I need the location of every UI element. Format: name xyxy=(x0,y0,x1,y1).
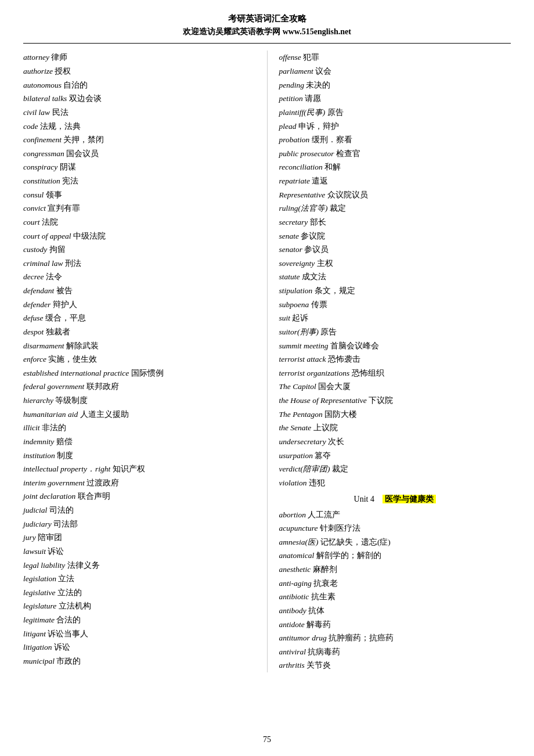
word-en: pending xyxy=(279,81,305,89)
word-en: hierarchy xyxy=(23,396,53,405)
list-item: legitimate 合法的 xyxy=(23,613,255,627)
word-en: enforce xyxy=(23,355,46,363)
word-en: attorney xyxy=(23,53,49,62)
word-en: probation xyxy=(279,135,310,144)
word-en: bilateral talks xyxy=(23,94,67,103)
word-zh: 恐怖组织 xyxy=(352,369,384,377)
list-item: The Capitol 国会大厦 xyxy=(279,380,511,394)
word-zh: 主权 xyxy=(317,259,333,268)
list-item: established international practice 国际惯例 xyxy=(23,366,255,380)
word-zh: 传票 xyxy=(311,300,327,309)
list-item: attorney 律师 xyxy=(23,51,255,64)
word-zh: 解除武装 xyxy=(66,341,99,350)
word-en: reconciliation xyxy=(279,163,323,171)
list-item: parliament 议会 xyxy=(279,64,511,78)
list-item: convict 宣判有罪 xyxy=(23,201,255,215)
list-item: senator 参议员 xyxy=(279,243,511,257)
word-zh: 下议院 xyxy=(369,396,393,405)
word-zh: 诉讼当事人 xyxy=(48,629,88,638)
word-en: parliament xyxy=(279,67,313,75)
word-en: abortion xyxy=(279,510,306,519)
word-en: plaintiff(民事) xyxy=(279,108,326,117)
word-zh: 拘留 xyxy=(49,245,66,254)
list-item: authorize 授权 xyxy=(23,64,255,78)
word-zh: 篡夺 xyxy=(315,451,331,460)
word-zh: 抗衰老 xyxy=(313,579,338,588)
word-en: the Senate xyxy=(279,423,312,432)
word-zh: 抗病毒药 xyxy=(308,647,340,656)
word-zh: 裁定 xyxy=(330,204,346,213)
word-zh: 独裁者 xyxy=(46,327,70,336)
word-zh: 过渡政府 xyxy=(86,478,119,487)
list-item: suit 起诉 xyxy=(279,311,511,325)
list-item: constitution 宪法 xyxy=(23,174,255,188)
list-item: subpoena 传票 xyxy=(279,298,511,312)
word-en: conspiracy xyxy=(23,163,57,171)
word-zh: 条文，规定 xyxy=(315,286,355,295)
list-item: illicit 非法的 xyxy=(23,421,255,435)
word-zh: 和解 xyxy=(324,163,341,171)
list-item: amnesia(医) 记忆缺失，遗忘(症) xyxy=(279,535,511,549)
header-title: 考研英语词汇全攻略 xyxy=(23,12,511,26)
word-en: senator xyxy=(279,245,303,254)
word-zh: 麻醉剂 xyxy=(313,565,337,574)
word-en: consul xyxy=(23,190,44,199)
word-en: civil law xyxy=(23,108,50,117)
word-en: The Capitol xyxy=(279,382,316,391)
word-zh: 立法 xyxy=(58,574,74,583)
word-en: The Pentagon xyxy=(279,410,323,419)
word-zh: 陪审团 xyxy=(38,533,62,542)
word-en: summit meeting xyxy=(279,341,329,350)
word-zh: 法令 xyxy=(46,272,62,281)
word-zh: 检查官 xyxy=(336,149,360,158)
list-item: jury 陪审团 xyxy=(23,531,255,545)
list-item: indemnity 赔偿 xyxy=(23,435,255,449)
list-item: conspiracy 阴谋 xyxy=(23,160,255,174)
list-item: terrorist attack 恐怖袭击 xyxy=(279,352,511,366)
word-en: the House of Representative xyxy=(279,396,367,405)
word-en: judicial xyxy=(23,506,47,514)
word-zh: 国会议员 xyxy=(66,149,99,158)
word-zh: 授权 xyxy=(55,67,71,75)
list-item: acupuncture 针刺医疗法 xyxy=(279,521,511,535)
list-item: hierarchy 等级制度 xyxy=(23,394,255,408)
list-item: senate 参议院 xyxy=(279,229,511,243)
word-en: convict xyxy=(23,204,46,213)
word-en: antibody xyxy=(279,606,306,615)
word-zh: 参议员 xyxy=(304,245,329,254)
word-zh: 宪法 xyxy=(62,177,78,185)
word-zh: 民法 xyxy=(52,108,68,117)
word-zh: 联合声明 xyxy=(78,492,110,501)
word-en: secretary xyxy=(279,218,308,226)
list-item: legislature 立法机构 xyxy=(23,599,255,613)
list-item: interim government 过渡政府 xyxy=(23,476,255,490)
word-en: legal liability xyxy=(23,561,65,570)
word-en: acupuncture xyxy=(279,524,318,532)
word-zh: 刑法 xyxy=(65,259,81,268)
word-zh: 议会 xyxy=(315,67,331,75)
word-en: established international practice xyxy=(23,369,129,377)
word-zh: 起诉 xyxy=(292,314,308,322)
unit-header: Unit 4 医学与健康类 xyxy=(279,492,511,506)
list-item: legislative 立法的 xyxy=(23,586,255,600)
list-item: litigant 诉讼当事人 xyxy=(23,627,255,641)
word-en: terrorist attack xyxy=(279,355,326,363)
word-en: antitumor drug xyxy=(279,633,327,642)
list-item: lawsuit 诉讼 xyxy=(23,545,255,559)
word-en: suitor(刑事) xyxy=(279,327,319,336)
word-zh: 上议院 xyxy=(313,423,338,432)
word-zh: 立法的 xyxy=(57,588,82,597)
word-en: stipulation xyxy=(279,286,313,295)
word-zh: 国际惯例 xyxy=(131,369,164,377)
word-zh: 人工流产 xyxy=(308,510,340,519)
word-zh: 法律义务 xyxy=(67,561,100,570)
word-zh: 诉讼 xyxy=(54,643,70,651)
list-item: sovereignty 主权 xyxy=(279,257,511,271)
word-en: suit xyxy=(279,314,291,322)
word-zh: 双边会谈 xyxy=(69,94,102,103)
list-item: code 法规，法典 xyxy=(23,120,255,134)
word-en: humanitarian aid xyxy=(23,410,78,419)
word-en: senate xyxy=(279,232,300,240)
word-zh: 恐怖袭击 xyxy=(328,355,360,363)
word-en: usurpation xyxy=(279,451,313,460)
